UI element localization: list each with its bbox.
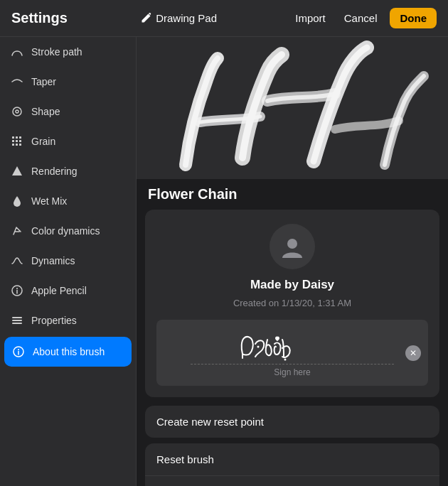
- brush-strokes-svg: [137, 37, 448, 179]
- header: Settings Drawing Pad Import Cancel Done: [0, 0, 448, 37]
- sidebar-item-stroke-path[interactable]: Stroke path: [0, 37, 136, 67]
- import-button[interactable]: Import: [289, 9, 331, 27]
- pencil-icon: [140, 13, 151, 24]
- sidebar-label-apple-pencil: Apple Pencil: [31, 285, 87, 296]
- signature-area[interactable]: Sign here ✕: [156, 320, 428, 386]
- svg-rect-4: [19, 136, 21, 139]
- sidebar-label-about: About this brush: [33, 346, 105, 357]
- svg-rect-9: [16, 144, 18, 146]
- create-reset-label: Create new reset point: [156, 416, 264, 428]
- properties-icon: [10, 313, 24, 328]
- signature-svg: [228, 328, 356, 362]
- svg-point-24: [284, 359, 287, 361]
- reset-bottom: No reset point made: [145, 476, 439, 486]
- cancel-button[interactable]: Cancel: [338, 9, 383, 27]
- svg-rect-10: [19, 144, 21, 146]
- sidebar-item-properties[interactable]: Properties: [0, 306, 136, 335]
- svg-rect-15: [12, 317, 22, 318]
- svg-rect-5: [12, 140, 14, 142]
- sidebar-label-taper: Taper: [31, 76, 56, 87]
- app-container: Settings Drawing Pad Import Cancel Done …: [0, 0, 448, 486]
- sidebar-item-about[interactable]: About this brush: [4, 337, 132, 367]
- avatar: [270, 224, 315, 269]
- svg-rect-8: [12, 144, 14, 146]
- brush-name: Flower Chain: [137, 179, 448, 210]
- svg-point-0: [13, 107, 21, 116]
- drawing-pad-label: Drawing Pad: [140, 12, 217, 24]
- svg-rect-6: [16, 140, 18, 142]
- svg-marker-11: [12, 166, 22, 176]
- done-button[interactable]: Done: [390, 8, 437, 28]
- sidebar-item-dynamics[interactable]: Dynamics: [0, 246, 136, 276]
- svg-point-23: [257, 346, 260, 348]
- created-on-label: Created on 1/13/20, 1:31 AM: [233, 298, 351, 308]
- taper-icon: [10, 75, 24, 89]
- svg-point-19: [18, 349, 19, 350]
- drawing-pad-text: Drawing Pad: [156, 12, 217, 24]
- sidebar: Stroke path Taper Shape: [0, 37, 137, 486]
- clear-signature-button[interactable]: ✕: [405, 345, 421, 361]
- color-dynamics-icon: [10, 224, 24, 238]
- stroke-path-icon: [10, 45, 24, 59]
- create-reset-button[interactable]: Create new reset point: [145, 406, 439, 438]
- svg-rect-17: [12, 323, 22, 324]
- made-by-label: Made by Daisy: [250, 278, 334, 292]
- sidebar-label-rendering: Rendering: [31, 166, 78, 177]
- sidebar-item-shape[interactable]: Shape: [0, 97, 136, 126]
- sidebar-label-shape: Shape: [31, 106, 60, 117]
- person-icon: [279, 234, 305, 259]
- sidebar-item-grain[interactable]: Grain: [0, 126, 136, 156]
- sidebar-item-color-dynamics[interactable]: Color dynamics: [0, 216, 136, 246]
- sidebar-label-stroke-path: Stroke path: [31, 46, 82, 58]
- svg-rect-3: [16, 136, 18, 139]
- sidebar-label-properties: Properties: [31, 315, 77, 326]
- dynamics-icon: [10, 254, 24, 268]
- main-content: Stroke path Taper Shape: [0, 37, 448, 486]
- header-actions: Import Cancel Done: [289, 8, 437, 28]
- svg-point-13: [16, 288, 18, 289]
- svg-point-1: [16, 110, 18, 113]
- settings-title: Settings: [11, 10, 68, 26]
- grain-icon: [10, 134, 24, 148]
- svg-rect-16: [12, 320, 22, 321]
- reset-brush-button[interactable]: Reset brush: [145, 443, 439, 476]
- reset-brush-label: Reset brush: [156, 453, 214, 465]
- brush-preview: [137, 37, 448, 179]
- sidebar-label-color-dynamics: Color dynamics: [31, 225, 100, 237]
- about-card: Made by Daisy Created on 1/13/20, 1:31 A…: [145, 210, 439, 397]
- about-icon: [11, 345, 26, 359]
- wet-mix-icon: [10, 194, 24, 208]
- sidebar-label-dynamics: Dynamics: [31, 255, 75, 266]
- sidebar-label-wet-mix: Wet Mix: [31, 195, 67, 207]
- reset-section: Reset brush No reset point made: [145, 443, 439, 486]
- svg-rect-2: [12, 136, 14, 139]
- svg-point-22: [287, 239, 297, 249]
- rendering-icon: [10, 164, 24, 178]
- shape-icon: [10, 104, 24, 119]
- sidebar-label-grain: Grain: [31, 136, 55, 147]
- sidebar-item-wet-mix[interactable]: Wet Mix: [0, 186, 136, 216]
- apple-pencil-icon: [10, 284, 24, 298]
- sidebar-item-apple-pencil[interactable]: Apple Pencil: [0, 276, 136, 306]
- svg-rect-7: [19, 140, 21, 142]
- sidebar-item-taper[interactable]: Taper: [0, 67, 136, 97]
- sidebar-item-rendering[interactable]: Rendering: [0, 156, 136, 186]
- panel: Flower Chain Made by Daisy Created on 1/…: [137, 37, 448, 486]
- sign-here-label: Sign here: [191, 364, 394, 377]
